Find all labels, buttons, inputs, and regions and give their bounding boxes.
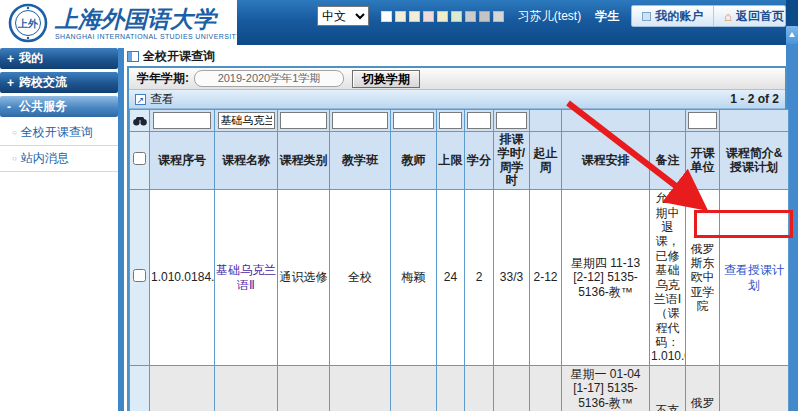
cell-course-no: 2.112.0025.01 [150, 365, 215, 411]
filter-hours-input[interactable] [496, 112, 527, 129]
col-header-schedule: 课程安排 [562, 132, 650, 190]
view-toolbar: ↗ 查看 1 - 2 of 2 [129, 90, 785, 109]
theme-palette [381, 11, 504, 22]
scrollbar-top-cap [786, 0, 798, 26]
cell-category: 大类平台课程 [278, 365, 330, 411]
course-table: 课程序号 课程名称 课程类别 教学班 教师 上限 学分 排课学时/周学时 起止周… [129, 109, 789, 411]
semester-label: 学年学期: [137, 70, 189, 87]
university-name-en: SHANGHAI INTERNATIONAL STUDIES UNIVERSIT… [55, 33, 241, 40]
pagination-label: 1 - 2 of 2 [730, 92, 779, 106]
theme-color-swatch[interactable] [465, 11, 476, 22]
sidebar-subitem-messages[interactable]: ○ 站内消息 [0, 146, 118, 172]
page-title: 全校开课查询 [143, 48, 215, 65]
table-row: 2.112.0025.01 基础乌克兰语Ⅲ 大类平台课程 班级:乌克兰语2018… [130, 365, 789, 411]
sidebar-item-label: 公共服务 [19, 98, 67, 115]
cell-department: 俄罗斯东欧中亚学院 [686, 365, 720, 411]
university-name: 上海外国语大学 [55, 7, 241, 30]
sidebar-item-mine[interactable]: + 我的 [0, 48, 118, 69]
theme-color-swatch[interactable] [423, 11, 434, 22]
cell-department: 俄罗斯东欧中亚学院 [686, 190, 720, 366]
collapse-icon: - [7, 100, 19, 114]
language-select[interactable]: 中文 [317, 6, 369, 26]
expand-icon: + [7, 52, 19, 66]
logo-zone: 上外 上海外国语大学 SHANGHAI INTERNATIONAL STUDIE… [0, 0, 237, 46]
cell-teacher: 梅颖 [391, 190, 437, 366]
filter-teacher-input[interactable] [393, 112, 434, 129]
sidebar-divider [118, 48, 124, 411]
col-header-weeks: 起止周 [530, 132, 562, 190]
theme-color-swatch[interactable] [409, 11, 420, 22]
sidebar-subitem-course-query[interactable]: ○ 全校开课查询 [0, 120, 118, 146]
cell-remark: 不支持期中退课 [650, 365, 686, 411]
table-row: 1.010.0184.01 基础乌克兰语Ⅱ 通识选修 全校 梅颖 24 2 33… [130, 190, 789, 366]
sidebar: + 我的 + 跨校交流 - 公共服务 ○ 全校开课查询 ○ 站内消息 [0, 48, 118, 172]
col-header-category: 课程类别 [278, 132, 330, 190]
col-header-department: 开课单位 [686, 132, 720, 190]
filter-credits-input[interactable] [467, 112, 492, 129]
semester-bar: 学年学期: 2019-2020学年1学期 切换学期 [129, 68, 785, 90]
sidebar-item-cross-school[interactable]: + 跨校交流 [0, 72, 118, 93]
university-seal-logo: 上外 [8, 3, 48, 43]
theme-color-swatch[interactable] [395, 11, 406, 22]
my-account-label: 我的账户 [655, 8, 703, 25]
scroll-up-button[interactable] [786, 26, 798, 44]
cell-limit: 15 [437, 365, 465, 411]
sidebar-item-label: 跨校交流 [19, 74, 67, 91]
col-header-course-name: 课程名称 [215, 132, 278, 190]
sidebar-item-label: 我的 [19, 50, 43, 67]
cell-hours: 33/3 [494, 190, 530, 366]
cell-weeks: 1-17 [530, 365, 562, 411]
filter-teaching-class-input[interactable] [332, 112, 387, 129]
bullet-icon: ○ [12, 154, 17, 163]
sidebar-item-public-services[interactable]: - 公共服务 [0, 96, 118, 117]
cell-category: 通识选修 [278, 190, 330, 366]
cell-schedule: 星期四 11-13 [2-12] 5135-5136-教™ [562, 190, 650, 366]
cell-weeks: 2-12 [530, 190, 562, 366]
theme-color-swatch[interactable] [493, 11, 504, 22]
cell-limit: 24 [437, 190, 465, 366]
account-icon [642, 12, 651, 21]
filter-course-name-input[interactable] [218, 112, 275, 129]
col-header-limit: 上限 [437, 132, 465, 190]
cell-teaching-class: 班级:乌克兰语2018级1班 [330, 365, 391, 411]
filter-course-no-input[interactable] [153, 112, 212, 129]
theme-color-swatch[interactable] [479, 11, 490, 22]
view-teaching-plan-link[interactable]: 查看授课计划 [724, 263, 784, 291]
content-box: 学年学期: 2019-2020学年1学期 切换学期 ↗ 查看 1 - 2 of … [127, 66, 787, 411]
page-title-icon [127, 51, 139, 62]
user-role-label: 学生 [595, 8, 619, 25]
top-header-bar: 中文 习苏儿(test) 学生 我的账户 ⌂ 返回首页 退出 [237, 0, 786, 45]
semester-value-field[interactable]: 2019-2020学年1学期 [194, 70, 344, 87]
theme-color-swatch[interactable] [451, 11, 462, 22]
sidebar-subitem-label: 站内消息 [21, 150, 69, 167]
svg-text:上外: 上外 [17, 18, 39, 29]
view-toolbar-label[interactable]: 查看 [150, 91, 174, 108]
col-header-plan: 课程简介&授课计划 [720, 132, 789, 190]
col-header-credits: 学分 [465, 132, 494, 190]
expand-icon: + [7, 76, 19, 90]
theme-color-swatch[interactable] [437, 11, 448, 22]
select-all-checkbox[interactable] [133, 152, 146, 165]
filter-department-input[interactable] [688, 112, 717, 129]
main-content: 全校开课查询 学年学期: 2019-2020学年1学期 切换学期 ↗ 查看 1 … [127, 48, 787, 411]
theme-color-swatch[interactable] [381, 11, 392, 22]
return-home-button[interactable]: ⌂ 返回首页 [714, 6, 786, 26]
row-checkbox[interactable] [133, 269, 146, 282]
sidebar-subitem-label: 全校开课查询 [21, 124, 93, 141]
cell-teaching-class: 全校 [330, 190, 391, 366]
col-header-hours: 排课学时/周学时 [494, 132, 530, 190]
cell-course-no: 1.010.0184.01 [150, 190, 215, 366]
filter-category-input[interactable] [280, 112, 327, 129]
cell-remark: 允许期中退课，已修基础乌克兰语Ⅰ（课程代码：1.010.0604） [650, 190, 686, 366]
col-header-course-no: 课程序号 [150, 132, 215, 190]
my-account-button[interactable]: 我的账户 [632, 6, 714, 26]
col-header-teacher: 教师 [391, 132, 437, 190]
cell-credits: 5 [465, 365, 494, 411]
switch-semester-button[interactable]: 切换学期 [352, 70, 420, 88]
home-icon: ⌂ [724, 10, 732, 23]
cell-hours: 204/12 [494, 365, 530, 411]
cell-teacher: 许丽莎，梅颖 [391, 365, 437, 411]
course-name-link[interactable]: 基础乌克兰语Ⅱ [216, 263, 276, 291]
cell-credits: 2 [465, 190, 494, 366]
filter-limit-input[interactable] [439, 112, 463, 129]
